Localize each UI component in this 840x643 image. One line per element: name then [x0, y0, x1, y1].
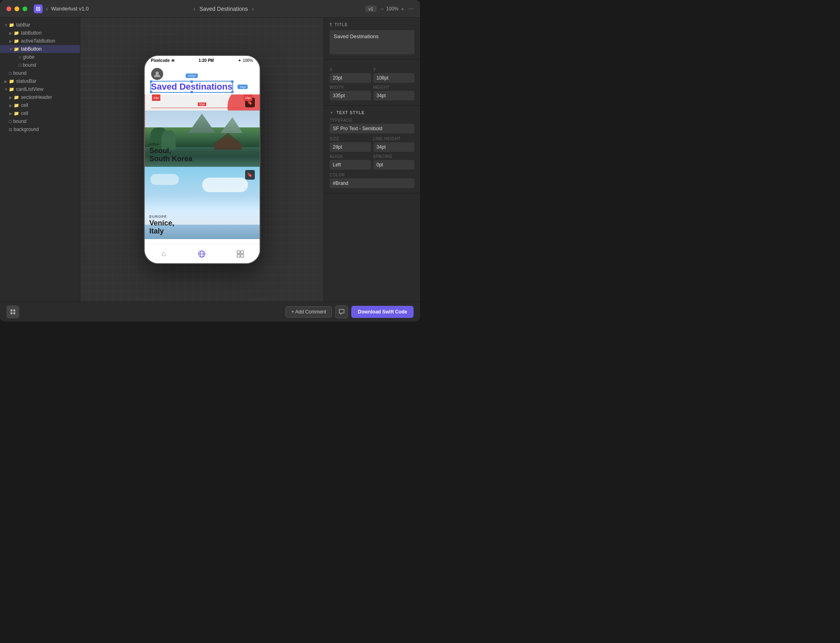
color-label: COLOR: [330, 173, 414, 177]
spacing-value[interactable]: 0pt: [373, 160, 415, 170]
spacing-label: Spacing: [373, 154, 415, 159]
dim-left-spacing: 20pt: [152, 94, 161, 101]
zoom-controls: − 100% +: [381, 6, 404, 12]
svg-point-0: [156, 72, 159, 75]
phone-screen: Pixelcode ≋ 1:20 PM ✦ 100%: [145, 56, 260, 263]
size-label: SIZE: [330, 137, 371, 141]
minimize-button[interactable]: [14, 6, 19, 11]
nav-prev-button[interactable]: ‹: [194, 6, 196, 12]
page-title-row: Saved Destinations: [151, 82, 233, 92]
typeface-label: TYPEFACE: [330, 118, 414, 123]
status-time: 1:20 PM: [199, 58, 214, 63]
sidebar-item-sectionheader[interactable]: ▶ 📁 sectionHeader: [0, 93, 80, 101]
fullscreen-button[interactable]: [23, 6, 27, 11]
sidebar-item-background[interactable]: ⊡ background: [0, 125, 80, 133]
download-swift-button[interactable]: Download Swift Code: [351, 306, 414, 318]
zoom-level: 100%: [386, 6, 399, 12]
current-screen-title: Saved Destinations: [199, 6, 248, 12]
text-style-header[interactable]: ▼ TEXT STYLE: [330, 111, 414, 115]
svg-rect-8: [10, 309, 12, 311]
x-label: X: [330, 68, 371, 72]
comment-icon-button[interactable]: [335, 305, 348, 318]
height-prop: HEIGHT 34pt: [373, 85, 415, 100]
asia-region-label: ASIA: [150, 142, 255, 146]
sidebar-item-activetabbtn[interactable]: ▶ 📁 activeTabButton: [0, 37, 80, 45]
svg-rect-9: [13, 309, 15, 311]
align-prop: ALIGN Left: [330, 154, 371, 170]
close-button[interactable]: [6, 6, 11, 11]
spacing-prop: Spacing 0pt: [373, 154, 415, 170]
canvas: Pixelcode ≋ 1:20 PM ✦ 100%: [80, 18, 324, 301]
titlebar-center: ‹ Saved Destinations ›: [194, 6, 254, 12]
sidebar-item-tabbtn1[interactable]: ▶ 📁 tabButton: [0, 29, 80, 37]
x-value[interactable]: 20pt: [330, 73, 371, 83]
sidebar-item-bound3[interactable]: □ bound: [0, 117, 80, 125]
sidebar-item-tabbtn2[interactable]: ▼ 📁 tabButton: [0, 45, 80, 53]
y-value[interactable]: 108pt: [373, 73, 415, 83]
size-value[interactable]: 28pt: [330, 142, 371, 152]
sidebar-item-statusbar[interactable]: ▶ 📁 statusBar: [0, 77, 80, 85]
panel-spacer: [324, 193, 420, 301]
sidebar-item-cardlistview[interactable]: ▼ 📁 cardListView: [0, 85, 80, 93]
color-prop: COLOR #Brand: [330, 173, 414, 188]
title-section: ¶ TITLE Saved Destinations: [324, 18, 420, 59]
tab-bar: ⌂: [145, 244, 260, 263]
europe-region-label: EUROPE: [150, 215, 255, 219]
europe-card-overlay: EUROPE Venice, Italy: [145, 211, 260, 240]
size-prop: SIZE 28pt: [330, 137, 371, 152]
tab-explore[interactable]: [194, 246, 210, 262]
sidebar-item-globe[interactable]: ○ globe: [0, 53, 80, 61]
dim-right-spacing: 20pt: [244, 94, 252, 101]
phone-frame: Pixelcode ≋ 1:20 PM ✦ 100%: [144, 55, 260, 264]
color-value[interactable]: #Brand: [330, 178, 414, 188]
sidebar-item-cell2[interactable]: ▶ 📁 cell: [0, 109, 80, 117]
sidebar-item-tabbar[interactable]: ▼ 📁 tabBar: [0, 21, 80, 29]
app-icon: [34, 4, 43, 13]
traffic-lights: [6, 6, 27, 11]
line-height-value[interactable]: 34pt: [373, 142, 415, 152]
card-asia[interactable]: 20pt: [145, 94, 260, 167]
width-value[interactable]: 335pt: [330, 91, 371, 100]
svg-rect-10: [10, 312, 12, 314]
typeface-prop: TYPEFACE SF Pro Text - Semibold: [330, 118, 414, 133]
app-window: ‹ Wanderlust v1.0 ‹ Saved Destinations ›…: [0, 0, 420, 322]
svg-rect-7: [241, 254, 244, 257]
height-value[interactable]: 34pt: [373, 91, 415, 100]
dim-width-label: 335pt: [186, 74, 198, 78]
y-prop: Y 108pt: [373, 68, 415, 83]
zoom-out-button[interactable]: −: [381, 6, 384, 12]
card-europe[interactable]: EUROPE Venice, Italy 🔖: [145, 167, 260, 239]
svg-rect-6: [237, 254, 240, 257]
text-style-section: ▼ TEXT STYLE TYPEFACE SF Pro Text - Semi…: [324, 106, 420, 193]
status-battery: ✦ 100%: [238, 58, 253, 63]
align-value[interactable]: Left: [330, 160, 371, 170]
align-label: ALIGN: [330, 154, 371, 159]
bottom-bar: + Add Comment Download Swift Code: [0, 301, 420, 322]
more-options-button[interactable]: ···: [408, 5, 414, 12]
line-height-prop: LINE HEIGHT 34pt: [373, 137, 415, 152]
europe-bookmark-button[interactable]: 🔖: [245, 170, 255, 180]
europe-city-label: Venice, Italy: [150, 219, 255, 235]
typeface-value[interactable]: SF Pro Text - Semibold: [330, 124, 414, 133]
version-badge: v1: [365, 6, 377, 12]
sidebar-item-bound1[interactable]: □ bound: [0, 61, 80, 69]
titlebar-right: v1 − 100% + ···: [254, 5, 414, 12]
avatar: [151, 68, 163, 80]
svg-rect-11: [13, 312, 15, 314]
sidebar-item-bound2[interactable]: □ bound: [0, 69, 80, 77]
zoom-in-button[interactable]: +: [401, 6, 404, 12]
layers-button[interactable]: [6, 305, 19, 318]
status-bar: Pixelcode ≋ 1:20 PM ✦ 100%: [145, 56, 260, 65]
width-label: WIDTH: [330, 85, 371, 90]
height-label: HEIGHT: [373, 85, 415, 90]
sidebar-item-cell1[interactable]: ▶ 📁 cell: [0, 101, 80, 109]
titlebar-left: ‹ Wanderlust v1.0: [34, 4, 194, 13]
phone-header: Saved Destinations: [145, 65, 260, 94]
add-comment-button[interactable]: + Add Comment: [285, 306, 332, 317]
tab-saved[interactable]: [232, 246, 248, 262]
tab-home[interactable]: ⌂: [156, 246, 172, 262]
title-input[interactable]: Saved Destinations: [330, 30, 414, 54]
size-grid: SIZE 28pt LINE HEIGHT 34pt ALIGN Left Sp…: [330, 137, 414, 170]
back-button[interactable]: ‹: [46, 5, 48, 12]
page-title: Saved Destinations: [151, 82, 233, 92]
